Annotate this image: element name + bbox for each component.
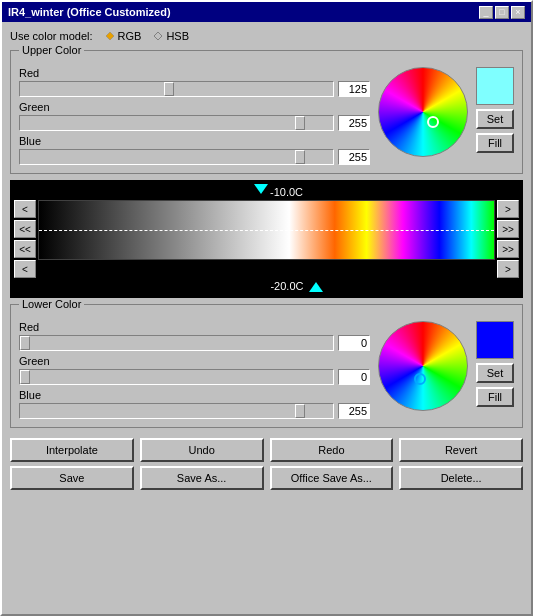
lower-blue-row: Blue 255 xyxy=(19,389,370,419)
left-nav-buttons: < << << < xyxy=(14,200,36,278)
undo-button[interactable]: Undo xyxy=(140,438,264,462)
title-bar: IR4_winter (Office Customized) _ □ × xyxy=(2,2,531,22)
lower-green-slider-row: 0 xyxy=(19,369,370,385)
nav-right-1[interactable]: > xyxy=(497,200,519,218)
upper-color-group: Upper Color Red 125 xyxy=(10,50,523,174)
hsb-label: HSB xyxy=(166,30,189,42)
upper-green-label: Green xyxy=(19,101,370,113)
main-content: Use color model: RGB HSB Upper Color xyxy=(2,22,531,614)
lower-wheel-dot xyxy=(414,373,426,385)
rgb-radio-icon xyxy=(105,31,115,41)
nav-right-2[interactable]: >> xyxy=(497,220,519,238)
upper-green-value[interactable]: 255 xyxy=(338,115,370,131)
upper-red-row: Red 125 xyxy=(19,67,370,97)
nav-left-1[interactable]: < xyxy=(14,200,36,218)
nav-left-2[interactable]: << xyxy=(14,220,36,238)
upper-red-slider-row: 125 xyxy=(19,81,370,97)
gradient-bottom-row: -20.0C xyxy=(14,280,519,292)
gradient-bottom-value: -20.0C xyxy=(270,280,303,292)
gradient-bar-wrapper xyxy=(38,200,495,278)
color-model-row: Use color model: RGB HSB xyxy=(10,30,523,42)
upper-preview-area: Set Fill xyxy=(476,67,514,153)
lower-green-slider[interactable] xyxy=(19,369,334,385)
upper-red-value[interactable]: 125 xyxy=(338,81,370,97)
close-button[interactable]: × xyxy=(511,6,525,19)
lower-blue-slider-row: 255 xyxy=(19,403,370,419)
lower-color-wheel[interactable] xyxy=(378,321,468,411)
upper-color-wheel-area xyxy=(378,67,468,157)
upper-blue-slider-row: 255 xyxy=(19,149,370,165)
gradient-mid-area: < << << < > >> >> > xyxy=(14,200,519,278)
delete-button[interactable]: Delete... xyxy=(399,466,523,490)
interpolate-button[interactable]: Interpolate xyxy=(10,438,134,462)
rgb-option[interactable]: RGB xyxy=(105,30,142,42)
hsb-option[interactable]: HSB xyxy=(153,30,189,42)
gradient-bottom-label-wrapper: -20.0C xyxy=(40,280,493,292)
nav-right-4[interactable]: > xyxy=(497,260,519,278)
upper-set-button[interactable]: Set xyxy=(476,109,514,129)
save-button[interactable]: Save xyxy=(10,466,134,490)
upper-red-slider[interactable] xyxy=(19,81,334,97)
svg-marker-0 xyxy=(106,32,114,40)
lower-red-row: Red 0 xyxy=(19,321,370,351)
gradient-bar[interactable] xyxy=(38,200,495,260)
maximize-button[interactable]: □ xyxy=(495,6,509,19)
gradient-bottom-label: -20.0C xyxy=(40,280,493,292)
upper-blue-row: Blue 255 xyxy=(19,135,370,165)
upper-green-slider[interactable] xyxy=(19,115,334,131)
upper-color-section: Red 125 Green xyxy=(19,67,514,165)
color-model-label: Use color model: xyxy=(10,30,93,42)
upper-green-slider-row: 255 xyxy=(19,115,370,131)
hsb-radio-icon xyxy=(153,31,163,41)
lower-sliders: Red 0 Green xyxy=(19,321,370,419)
gradient-section: -10.0C < << << < xyxy=(10,180,523,298)
lower-red-slider[interactable] xyxy=(19,335,334,351)
gradient-top-value: -10.0C xyxy=(270,186,303,198)
nav-left-4[interactable]: < xyxy=(14,260,36,278)
right-nav-buttons: > >> >> > xyxy=(497,200,519,278)
upper-color-label: Upper Color xyxy=(19,44,84,56)
upper-color-wheel[interactable] xyxy=(378,67,468,157)
upper-red-label: Red xyxy=(19,67,370,79)
button-row-1: Interpolate Undo Redo Revert xyxy=(10,438,523,462)
lower-blue-value[interactable]: 255 xyxy=(338,403,370,419)
redo-button[interactable]: Redo xyxy=(270,438,394,462)
upper-sliders: Red 125 Green xyxy=(19,67,370,165)
gradient-dashed-line xyxy=(39,230,494,231)
save-as-button[interactable]: Save As... xyxy=(140,466,264,490)
upper-blue-slider[interactable] xyxy=(19,149,334,165)
lower-green-label: Green xyxy=(19,355,370,367)
lower-fill-button[interactable]: Fill xyxy=(476,387,514,407)
lower-red-value[interactable]: 0 xyxy=(338,335,370,351)
upper-fill-button[interactable]: Fill xyxy=(476,133,514,153)
upper-green-row: Green 255 xyxy=(19,101,370,131)
lower-blue-slider[interactable] xyxy=(19,403,334,419)
gradient-top-row: -10.0C xyxy=(14,186,519,198)
gradient-top-label-wrapper: -10.0C xyxy=(40,186,493,198)
nav-left-3[interactable]: << xyxy=(14,240,36,258)
lower-color-wheel-area xyxy=(378,321,468,411)
upper-blue-label: Blue xyxy=(19,135,370,147)
lower-set-button[interactable]: Set xyxy=(476,363,514,383)
button-row-2: Save Save As... Office Save As... Delete… xyxy=(10,466,523,490)
window-title: IR4_winter (Office Customized) xyxy=(8,6,171,18)
minimize-button[interactable]: _ xyxy=(479,6,493,19)
gradient-bottom-marker xyxy=(309,282,323,292)
svg-marker-1 xyxy=(154,32,162,40)
lower-blue-label: Blue xyxy=(19,389,370,401)
rgb-label: RGB xyxy=(118,30,142,42)
lower-green-row: Green 0 xyxy=(19,355,370,385)
revert-button[interactable]: Revert xyxy=(399,438,523,462)
nav-right-3[interactable]: >> xyxy=(497,240,519,258)
lower-color-section: Red 0 Green xyxy=(19,321,514,419)
office-save-as-button[interactable]: Office Save As... xyxy=(270,466,394,490)
lower-color-group: Lower Color Red 0 xyxy=(10,304,523,428)
main-window: IR4_winter (Office Customized) _ □ × Use… xyxy=(0,0,533,616)
upper-blue-value[interactable]: 255 xyxy=(338,149,370,165)
bottom-buttons: Interpolate Undo Redo Revert Save Save A… xyxy=(10,438,523,490)
lower-color-preview xyxy=(476,321,514,359)
upper-color-preview xyxy=(476,67,514,105)
lower-green-value[interactable]: 0 xyxy=(338,369,370,385)
lower-preview-area: Set Fill xyxy=(476,321,514,407)
lower-red-slider-row: 0 xyxy=(19,335,370,351)
